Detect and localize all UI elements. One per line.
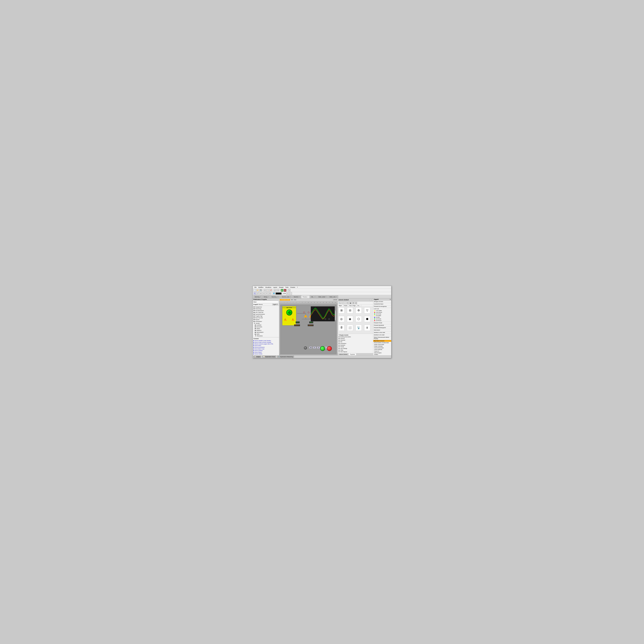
- digit-display-1[interactable]: 000050: [294, 324, 300, 326]
- sfoglia-utility[interactable]: ▶ Utility: [338, 349, 373, 351]
- sfoglia-industrial[interactable]: ▶ Industrial: [338, 339, 373, 341]
- poly-tool[interactable]: ⬠: [268, 292, 271, 295]
- obj-luce-rossa[interactable]: Luce Rossa: [374, 311, 391, 313]
- tab-close-machine[interactable]: ×: [299, 296, 300, 298]
- menu-disegni[interactable]: Disegni: [278, 287, 284, 288]
- sym-pipe-2[interactable]: ⊟: [347, 307, 353, 313]
- sym-del-btn[interactable]: -: [344, 302, 346, 304]
- filter-input[interactable]: [256, 301, 278, 303]
- menu-layout[interactable]: Layout: [272, 287, 278, 288]
- lib-tab-pub[interactable]: Pub 1 Page: [348, 305, 357, 307]
- sym-filter-1[interactable]: ▽: [364, 307, 370, 313]
- menu-finestre[interactable]: Finestre: [289, 287, 296, 288]
- tab-close-water-clea[interactable]: ×: [336, 296, 337, 298]
- sym-sensor-2[interactable]: 🌡: [364, 325, 370, 331]
- power-button[interactable]: ⏻: [286, 309, 292, 316]
- cmd-nuova-cartella[interactable]: ▶ Nuova Cartella: [253, 353, 278, 355]
- status-script[interactable]: 📝 Esploratore Script: [262, 356, 276, 358]
- status-refactoring[interactable]: 🔧 Esploratore Refactoring: [277, 356, 294, 358]
- cut-btn[interactable]: ✂: [264, 289, 266, 292]
- sfoglia-pid[interactable]: ▶ PID: [338, 341, 373, 343]
- canvas-area[interactable]: Safe Touch ⏻ ! !: [279, 303, 338, 355]
- motor-1[interactable]: ⚙: [324, 318, 326, 320]
- tab-close-water-detail[interactable]: ×: [326, 296, 327, 298]
- tab-close-batching[interactable]: ×: [260, 296, 261, 298]
- sym-pipe-1[interactable]: ⊞: [338, 307, 344, 313]
- obj-plotter-oriz[interactable]: Plotter Orizzontale: [374, 344, 391, 345]
- obj-luce-gialla[interactable]: Luce Gialla: [374, 310, 391, 311]
- tree-main[interactable]: ▶ MAIN: [253, 333, 279, 335]
- status-output[interactable]: 📋 Output: [253, 356, 261, 358]
- tree-progetto[interactable]: ▶ Progetto Figli: [253, 315, 279, 317]
- sym-grid-btn[interactable]: ▦: [349, 302, 352, 304]
- copy-btn[interactable]: 📋: [267, 289, 269, 292]
- tab-water-clea[interactable]: Water_clea ×: [328, 295, 338, 298]
- lib-tab-pipes[interactable]: Pipes: [338, 305, 343, 307]
- tree-demo[interactable]: ▶ DEMO: [253, 328, 279, 330]
- obj-grafica[interactable]: Grafica: [374, 354, 391, 355]
- sym-tank-2[interactable]: ⬜: [347, 325, 353, 331]
- sym-valve-1[interactable]: ⬡: [356, 316, 362, 322]
- safe-touch-box[interactable]: Safe Touch ⏻ ! !: [282, 306, 296, 326]
- cmd-nuovo-sin[interactable]: ▶ Nuovo Sinottico: [253, 350, 278, 351]
- cmd-nuovo-menu[interactable]: ▶ Nuovo Menu: [253, 345, 278, 346]
- obj-led-rosso[interactable]: Led Rosso: [374, 320, 391, 321]
- menu-modifica[interactable]: Modifica: [257, 287, 264, 288]
- obj-trend-xy[interactable]: Trend XY: [374, 350, 391, 352]
- fill-tool[interactable]: 🪣: [273, 292, 275, 295]
- red-emergency-button[interactable]: [327, 346, 332, 351]
- sym-motor-2[interactable]: ◉: [347, 316, 353, 322]
- cmd-nuove-acc[interactable]: ▶ Nuove Acceleratore: [253, 346, 278, 348]
- tab-wa[interactable]: Wa... ×: [310, 295, 317, 298]
- tab-close-mixing[interactable]: ×: [268, 296, 269, 298]
- lib-librene-tab[interactable]: Librene Simboli: [338, 353, 349, 355]
- obj-data-analysis[interactable]: Data Analysis: [374, 352, 391, 354]
- text-tool[interactable]: T: [265, 292, 268, 295]
- tree-alarms[interactable]: ▶ ALARMS: [253, 324, 279, 326]
- sfoglia-building[interactable]: ▶ Building Automation: [338, 336, 373, 338]
- valve-1[interactable]: ⬡: [303, 311, 305, 314]
- menu-tools[interactable]: Tools: [284, 287, 289, 288]
- nav-play-btn[interactable]: ⏵: [313, 346, 316, 349]
- obj-plotter-vert[interactable]: Plotter Verticale: [374, 345, 391, 347]
- percent-display-1[interactable]: 33 %: [296, 321, 300, 323]
- obj-led-verde[interactable]: Led Verde: [374, 313, 391, 315]
- sym-valve-2[interactable]: ⬢: [364, 316, 370, 322]
- paste-btn[interactable]: 📌: [270, 289, 272, 292]
- nav-left-btn[interactable]: ◀: [309, 346, 312, 349]
- menu-help[interactable]: ?: [296, 287, 299, 288]
- sfoglia-general[interactable]: ▶ General: [338, 338, 373, 339]
- undo-btn[interactable]: ↩: [274, 289, 276, 292]
- obj-led-giallo[interactable]: Led Giallo: [374, 315, 391, 316]
- rect-tool[interactable]: ▭: [259, 292, 262, 295]
- zoom-out[interactable]: -: [289, 292, 292, 295]
- menu-file[interactable]: File: [253, 287, 257, 288]
- lib-tab-power[interactable]: Power: [343, 305, 348, 307]
- tab-batching[interactable]: Batching ×: [253, 295, 262, 298]
- tab-machine-data[interactable]: Machine_data ×: [280, 295, 292, 298]
- ellipse-tool[interactable]: ⬭: [262, 292, 265, 295]
- new-btn[interactable]: 📄: [253, 289, 256, 292]
- run-btn[interactable]: ▶: [281, 289, 283, 292]
- obj-trend-oriz[interactable]: Trend Orizzontale: [374, 347, 391, 349]
- lib-proprieta-tab[interactable]: Proprieta: [349, 353, 356, 355]
- tab-close-wa[interactable]: ×: [315, 296, 315, 298]
- tab-water-detail[interactable]: Water_detail ×: [317, 295, 328, 298]
- tab-close-process[interactable]: ×: [308, 296, 308, 298]
- save-btn[interactable]: 💾: [259, 289, 262, 292]
- cmd-wizard-web[interactable]: ▶ Wizard creazione pagina Web HTML: [253, 343, 278, 345]
- sym-list-btn[interactable]: ☰: [352, 302, 354, 304]
- nav-pause-btn[interactable]: ⏸: [317, 346, 320, 349]
- tree-energy[interactable]: ▶ ENERGY: [253, 330, 279, 331]
- zoom-in[interactable]: +: [286, 292, 289, 295]
- sfoglia-schedulers[interactable]: ▶ Schedulers: [338, 343, 373, 344]
- sym-tank-1[interactable]: 🛢: [338, 325, 344, 331]
- tree-reports[interactable]: ▶ Reports: [253, 319, 279, 320]
- sfoglia-webobjects[interactable]: ▶ Web Objects: [338, 351, 373, 353]
- oggetti-btn[interactable]: Oggetti ▼: [272, 304, 278, 305]
- tab-machine[interactable]: Machine ×: [292, 295, 301, 298]
- sym-config-btn[interactable]: ⚙: [355, 302, 357, 304]
- obj-led-verde2[interactable]: Led Verde: [374, 318, 391, 320]
- tree-normalizzazioni[interactable]: ▶ Normalizzazioni: [253, 310, 279, 311]
- sfoglia-synapsis[interactable]: ▶ Synapsis: [338, 344, 373, 346]
